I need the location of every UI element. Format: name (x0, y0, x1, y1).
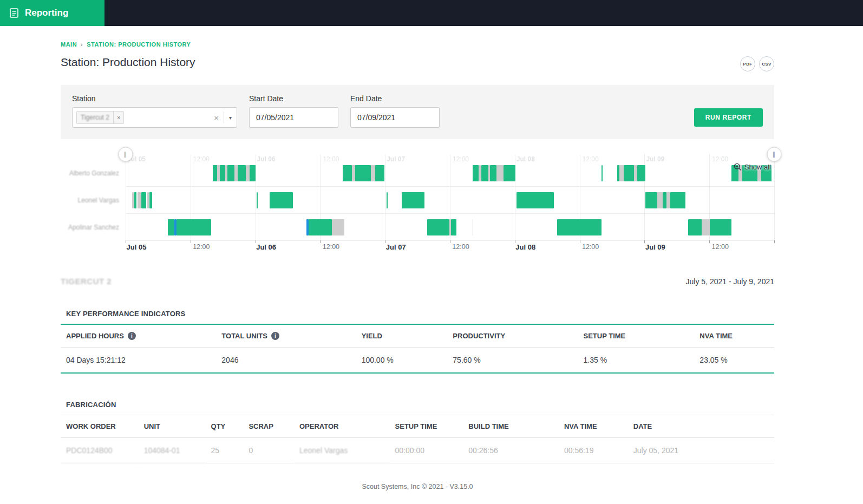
gantt-bar-segment (517, 192, 553, 208)
fabrication-cell: July 05, 2021 (628, 438, 774, 463)
kpi-value: 23.05 % (694, 348, 774, 372)
start-date-label: Start Date (249, 94, 338, 103)
run-report-button[interactable]: RUN REPORT (694, 108, 763, 127)
fabrication-column-header: WORK ORDER (61, 415, 139, 437)
show-all-control[interactable]: Show all (734, 163, 771, 171)
export-pdf-button[interactable]: PDF (740, 56, 755, 71)
gantt-row-labels: Alberto GonzalezLeonel VargasApolinar Sa… (61, 154, 126, 241)
gantt-bar-segment (168, 219, 174, 235)
gantt-bar-segment (710, 219, 731, 235)
filter-panel: Station Tigercut 2 × × ▾ Start Date End … (61, 85, 774, 139)
fabrication-rows: PDC0124B00104084-01250Leonel Vargas00:00… (61, 438, 774, 463)
gantt-operator-label: Alberto Gonzalez (61, 160, 126, 187)
gantt-axis-label: 12:00 (582, 243, 599, 251)
gantt-bar-segment (663, 192, 666, 208)
station-filter-group: Station Tigercut 2 × × ▾ (72, 94, 237, 128)
gantt-gridline (126, 154, 126, 240)
gantt-bar-segment (490, 165, 496, 181)
fabrication-cell: 104084-01 (139, 438, 206, 463)
gantt-gridline (774, 154, 775, 240)
app-logo[interactable]: Reporting (0, 0, 104, 26)
chevron-down-icon[interactable]: ▾ (224, 115, 237, 121)
gantt-operator-label: Apolinar Sanchez (61, 214, 126, 241)
gantt-bar-segment (427, 219, 449, 235)
range-handle-right[interactable]: ∥ (767, 147, 782, 162)
gantt-axis-label: Jul 07 (386, 243, 406, 251)
fabrication-section-title: FABRICACIÓN (61, 401, 774, 415)
gantt-bar-segment (496, 165, 504, 181)
gantt-bar-segment (402, 192, 424, 208)
station-multiselect[interactable]: Tigercut 2 × × ▾ (72, 107, 237, 128)
kpi-value: 2046 (216, 348, 356, 372)
footer-text: Scout Systems, Inc © 2021 - V3.15.0 (61, 483, 774, 490)
gantt-bar-segment (624, 165, 634, 181)
export-csv-button[interactable]: CSV (759, 56, 774, 71)
gantt-bar-segment (134, 192, 136, 208)
gantt-bar-segment (220, 165, 226, 181)
station-label: Station (72, 94, 237, 103)
select-controls: × ▾ (209, 108, 237, 127)
gantt-bar-segment (332, 219, 344, 235)
gantt-bar-segment (147, 192, 149, 208)
gantt-bar-segment (132, 192, 134, 208)
gantt-bar-segment (557, 219, 602, 235)
fabrication-cell: 00:00:00 (390, 438, 463, 463)
gantt-bar-segment (619, 165, 624, 181)
end-date-label: End Date (350, 94, 440, 103)
end-date-input[interactable] (350, 107, 440, 128)
gantt-x-axis: Jul 0512:00Jul 0612:00Jul 0712:00Jul 081… (126, 243, 774, 257)
fabrication-column-header: DATE (628, 415, 774, 437)
gantt-bar-segment (670, 192, 685, 208)
show-all-label: Show all (744, 163, 771, 171)
gantt-gridline (256, 154, 256, 240)
gantt-axis-label: 12:00 (323, 243, 339, 251)
gantt-bar-segment (213, 165, 217, 181)
gantt-bar-segment (645, 192, 658, 208)
gantt-bar-segment (504, 165, 515, 181)
info-icon[interactable]: i (271, 332, 279, 340)
fabrication-cell: PDC0124B00 (61, 438, 139, 463)
breadcrumb-main[interactable]: MAIN (61, 41, 77, 48)
fabrication-column-header: QTY (206, 415, 244, 437)
fabrication-column-header: NVA TIME (559, 415, 628, 437)
gantt-bar-segment (217, 165, 220, 181)
gantt-gridline (385, 154, 385, 240)
gantt-axis-label: Jul 06 (256, 243, 276, 251)
breadcrumb: MAIN › STATION: PRODUCTION HISTORY (61, 41, 774, 48)
gantt-bar-segment (637, 165, 645, 181)
gantt-bar-segment (602, 165, 603, 181)
tag-remove-icon[interactable]: × (113, 112, 123, 123)
export-buttons: PDF CSV (740, 56, 774, 71)
breadcrumb-current[interactable]: STATION: PRODUCTION HISTORY (87, 41, 191, 48)
kpi-column-label: APPLIED HOURS (66, 332, 124, 340)
kpi-column-label: PRODUCTIVITY (453, 332, 505, 340)
kpi-column-header: PRODUCTIVITY (447, 325, 578, 347)
info-icon[interactable]: i (128, 332, 136, 340)
kpi-value: 75.60 % (447, 348, 578, 372)
gantt-axis-label: 12:00 (452, 243, 469, 251)
summary-row: TIGERCUT 2 July 5, 2021 - July 9, 2021 (61, 277, 774, 286)
gantt-bar-segment (657, 192, 663, 208)
fabrication-column-header: UNIT (139, 415, 206, 437)
clear-select-icon[interactable]: × (209, 113, 224, 122)
report-icon (9, 8, 19, 18)
fabrication-column-header: BUILD TIME (463, 415, 559, 437)
page-title: Station: Production History (61, 56, 774, 69)
gantt-plot-area: Jul 0512:00Jul 0612:00Jul 0712:00Jul 081… (126, 154, 774, 241)
kpi-column-header: APPLIED HOURSi (61, 325, 216, 347)
kpi-value: 100.00 % (356, 348, 448, 372)
fabrication-cell: 25 (206, 438, 244, 463)
gantt-bar-segment (250, 165, 256, 181)
kpi-section-title: KEY PERFORMANCE INDICATORS (61, 310, 774, 325)
kpi-column-label: NVA TIME (699, 332, 733, 340)
gantt-bar-segment (138, 192, 141, 208)
gantt-bar-segment (481, 165, 488, 181)
station-tag: Tigercut 2 × (76, 111, 124, 124)
start-date-input[interactable] (249, 107, 338, 128)
fabrication-cell: 00:26:56 (463, 438, 559, 463)
range-handle-left[interactable]: ∥ (119, 147, 133, 162)
fabrication-column-header: SCRAP (243, 415, 294, 437)
app-title: Reporting (25, 8, 68, 18)
zoom-out-icon (734, 163, 742, 171)
gantt-bar-segment (473, 165, 479, 181)
